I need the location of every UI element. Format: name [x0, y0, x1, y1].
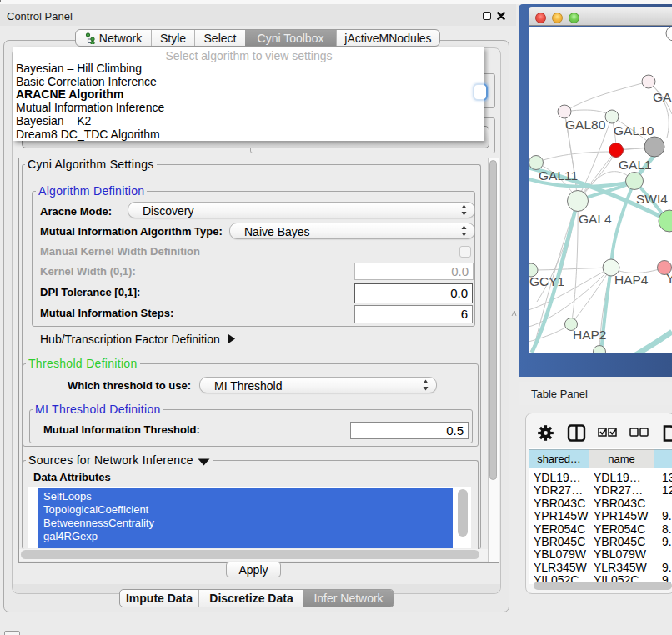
svg-text:Y: Y [666, 271, 672, 285]
svg-text:GAL: GAL [653, 90, 672, 104]
svg-text:GAL11: GAL11 [539, 168, 578, 182]
svg-text:HAP4: HAP4 [614, 272, 649, 287]
svg-text:GCY1: GCY1 [529, 274, 564, 288]
svg-text:GAL4: GAL4 [579, 212, 612, 226]
svg-text:SWI4: SWI4 [636, 192, 668, 206]
svg-text:GAL80: GAL80 [565, 118, 606, 132]
svg-text:GAL1: GAL1 [619, 158, 652, 172]
svg-text:GAL10: GAL10 [614, 123, 654, 138]
svg-text:HAP2: HAP2 [573, 328, 607, 342]
